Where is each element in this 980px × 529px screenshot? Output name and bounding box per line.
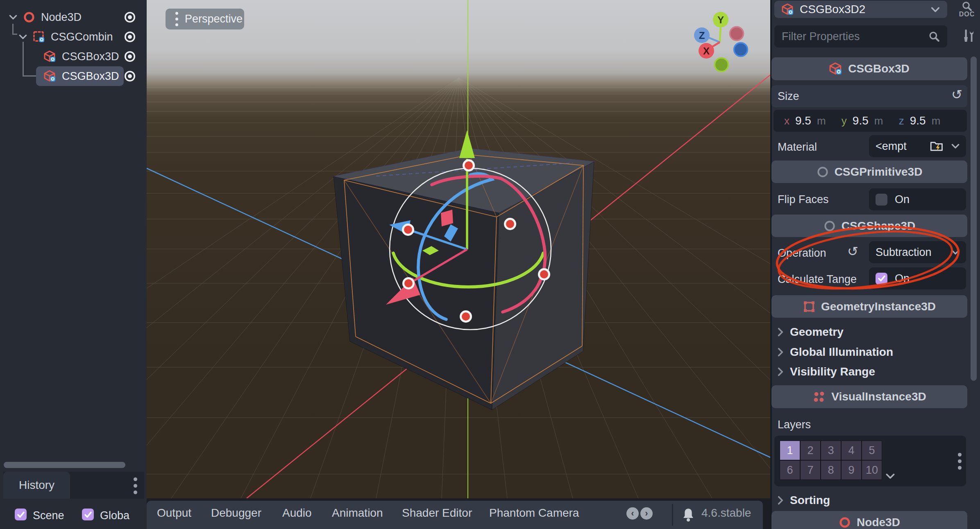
layers-menu-icon[interactable] <box>958 453 962 470</box>
tree-item-label: CSGBox3D <box>62 70 119 83</box>
csg-box-icon <box>44 50 56 63</box>
tree-row-csgbox3d-selected[interactable]: CSGBox3D <box>0 66 144 86</box>
inspector-node-selector[interactable]: CSGBox3D2 <box>774 1 947 18</box>
tab-history[interactable]: History <box>3 472 70 499</box>
layer-cell-3[interactable]: 3 <box>821 441 841 460</box>
layer-cell-9[interactable]: 9 <box>841 460 862 480</box>
group-global-illumination[interactable]: Global Illumination <box>778 346 893 359</box>
group-label: Sorting <box>790 494 830 507</box>
axis-neg-y-ball[interactable] <box>715 58 728 72</box>
category-label: GeometryInstance3D <box>821 300 936 313</box>
revert-icon[interactable]: ↺ <box>847 245 858 258</box>
group-geometry[interactable]: Geometry <box>778 326 844 339</box>
menu-dots-icon <box>175 12 178 26</box>
calculate-tangents-label: Calculate Tange <box>778 273 857 286</box>
layers-grid-box: 1 2 3 4 5 6 7 8 9 10 <box>774 436 966 486</box>
flip-faces-value-box: On <box>869 188 966 210</box>
horizontal-scrollbar[interactable] <box>4 462 125 468</box>
visibility-eye-icon[interactable] <box>123 70 137 82</box>
tree-row-node3d[interactable]: Node3D <box>0 7 144 27</box>
tree-connector <box>12 24 14 34</box>
csg-primitive-icon <box>817 166 829 178</box>
tab-output[interactable]: Output <box>157 506 191 520</box>
visibility-eye-icon[interactable] <box>123 50 137 63</box>
quick-load-folder-icon[interactable] <box>930 140 944 152</box>
tab-audio[interactable]: Audio <box>282 506 312 520</box>
layer-cell-6[interactable]: 6 <box>780 460 800 480</box>
expand-left-icon[interactable]: ‹ <box>626 507 639 520</box>
tree-row-csgcombiner[interactable]: CSGCombin <box>0 27 144 47</box>
csg-box-icon <box>44 70 56 82</box>
global-checkbox[interactable] <box>82 509 94 520</box>
tree-connector <box>23 57 24 76</box>
tree-item-label: Node3D <box>41 11 82 24</box>
category-node3d[interactable]: Node3D <box>771 511 967 529</box>
size-vector-fields[interactable]: x 9.5 m y 9.5 m z 9.5 m <box>774 110 967 132</box>
layer-cell-7[interactable]: 7 <box>800 460 821 480</box>
layers-grid: 1 2 3 4 5 6 7 8 9 10 <box>780 441 882 480</box>
version-label[interactable]: 4.6.stable <box>701 506 751 520</box>
tab-animation[interactable]: Animation <box>332 506 383 520</box>
scene-tree: Node3D CSGCombin CSGBox3D CSGBox3D <box>0 7 144 86</box>
inspector-scrollbar[interactable] <box>971 57 977 381</box>
category-csgshape3d[interactable]: CSGShape3D <box>771 215 967 237</box>
flip-faces-checkbox[interactable] <box>876 194 887 206</box>
tree-item-label: CSGBox3D <box>62 50 119 63</box>
chevron-down-icon[interactable] <box>951 144 960 149</box>
group-label: Visibility Range <box>790 365 875 378</box>
visibility-eye-icon[interactable] <box>123 11 137 23</box>
history-menu-icon[interactable] <box>134 477 137 494</box>
category-geometryinstance3d[interactable]: GeometryInstance3D <box>771 295 967 318</box>
collapse-chevron-icon[interactable] <box>9 15 17 20</box>
group-visibility-range[interactable]: Visibility Range <box>778 365 875 378</box>
size-y-value[interactable]: 9.5 <box>853 114 869 127</box>
group-sorting[interactable]: Sorting <box>778 494 830 507</box>
operation-dropdown[interactable]: Subtraction <box>869 241 966 263</box>
calculate-tangents-checkbox[interactable] <box>876 273 887 285</box>
tree-row-csgbox3d[interactable]: CSGBox3D <box>0 47 144 66</box>
expand-right-icon[interactable]: › <box>640 507 653 520</box>
tab-shader-editor[interactable]: Shader Editor <box>402 506 472 520</box>
perspective-menu-button[interactable]: Perspective <box>166 9 244 29</box>
tab-phantom-camera[interactable]: Phantom Camera <box>489 506 579 520</box>
calculate-tangents-value-box: On <box>869 267 966 289</box>
operation-label: Operation <box>778 247 826 260</box>
collapse-chevron-icon[interactable] <box>19 34 27 39</box>
category-csgbox3d[interactable]: CSGBox3D <box>771 57 967 80</box>
category-csgprimitive3d[interactable]: CSGPrimitive3D <box>771 161 967 183</box>
scene-tree-panel: Node3D CSGCombin CSGBox3D CSGBox3D <box>0 0 147 529</box>
category-visualinstance3d[interactable]: VisualInstance3D <box>771 385 967 408</box>
calculate-tangents-on-label: On <box>895 272 910 285</box>
material-value-box[interactable]: <empt <box>869 135 966 157</box>
layer-cell-5[interactable]: 5 <box>862 441 882 460</box>
visibility-eye-icon[interactable] <box>123 31 137 43</box>
scene-checkbox[interactable] <box>15 509 27 520</box>
inspector-tools-icon[interactable] <box>960 27 978 45</box>
layer-cell-10[interactable]: 10 <box>862 460 882 480</box>
material-label: Material <box>778 141 817 154</box>
node3d-icon <box>839 516 851 529</box>
csg-shape-icon <box>823 220 836 232</box>
layer-cell-2[interactable]: 2 <box>800 441 821 460</box>
history-filter-row: Scene Globa <box>3 499 144 529</box>
filter-properties-input[interactable] <box>782 30 928 43</box>
size-z-value[interactable]: 9.5 <box>910 114 926 127</box>
chevron-right-icon <box>778 367 783 376</box>
open-documentation-button[interactable]: DOC <box>955 1 979 20</box>
doc-search-icon <box>962 1 972 11</box>
viewport-3d-canvas[interactable]: Y Z X <box>147 0 772 498</box>
layer-cell-8[interactable]: 8 <box>821 460 841 480</box>
notification-bell-icon[interactable] <box>682 507 695 522</box>
layer-cell-4[interactable]: 4 <box>841 441 862 460</box>
size-x-value[interactable]: 9.5 <box>795 114 811 127</box>
axis-neg-z-ball[interactable] <box>734 43 748 57</box>
axis-neg-x-ball[interactable] <box>730 27 744 41</box>
layer-cell-1[interactable]: 1 <box>780 441 800 460</box>
chevron-right-icon <box>778 348 783 357</box>
flip-faces-on-label: On <box>895 193 910 206</box>
revert-icon[interactable]: ↺ <box>951 88 962 101</box>
axis-x-label: X <box>703 45 710 57</box>
tab-debugger[interactable]: Debugger <box>211 506 261 520</box>
operation-value: Subtraction <box>876 246 944 259</box>
layers-expand-chevron-icon[interactable] <box>886 473 895 479</box>
